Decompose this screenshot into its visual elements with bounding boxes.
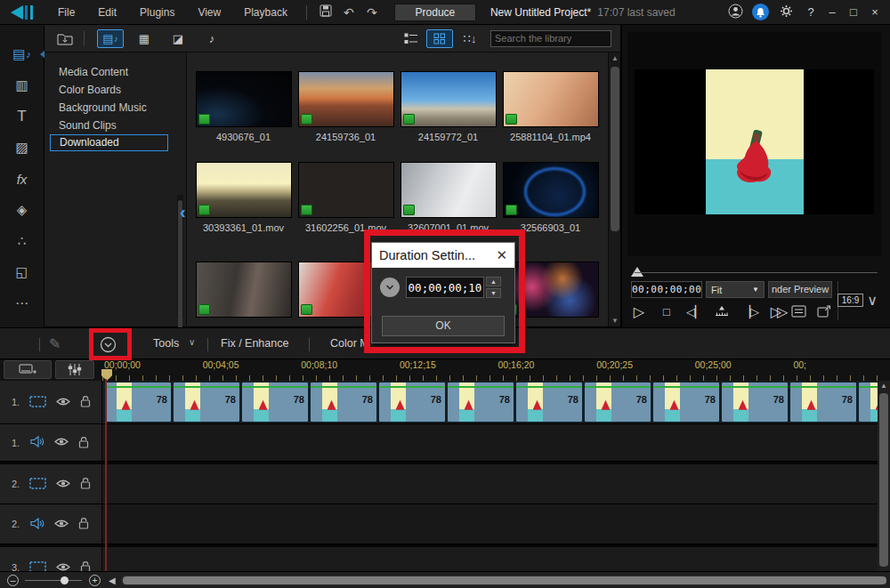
timeline-vertical-scrollbar[interactable]: ▲ [878, 381, 890, 575]
timeline-clip[interactable]: 78 [173, 382, 240, 423]
collapse-panel-icon[interactable]: ‹ [180, 202, 186, 222]
track-lane[interactable] [102, 547, 878, 571]
spinner-down-icon[interactable]: ▼ [486, 288, 501, 298]
library-search[interactable] [490, 30, 611, 47]
track-audio-icon[interactable] [29, 518, 44, 531]
search-input[interactable] [491, 33, 625, 44]
media-thumbnail[interactable] [298, 162, 394, 218]
menu-view[interactable]: View [186, 0, 232, 25]
timeline-clip[interactable]: 78 [789, 382, 857, 423]
media-item[interactable]: 31602256_01.mov [295, 162, 397, 233]
timeline-clip[interactable]: 78 [104, 382, 172, 423]
timeline-clip[interactable]: 78 [584, 382, 651, 423]
help-button[interactable]: ? [803, 5, 819, 19]
settings-gear-icon[interactable] [774, 4, 797, 20]
snapshot-button[interactable] [714, 304, 730, 320]
media-thumbnail[interactable] [400, 162, 497, 218]
overlay-room-icon[interactable]: ◈ [9, 200, 36, 220]
track-lane[interactable] [102, 464, 878, 503]
media-thumbnail[interactable] [196, 162, 292, 218]
media-room-icon[interactable]: ▤♪ [9, 44, 36, 64]
media-item[interactable]: 30393361_01.mov [192, 162, 295, 233]
preview-options-icon[interactable] [791, 305, 806, 321]
scroll-thumb[interactable] [123, 576, 886, 584]
timeline-clip[interactable]: 78 [515, 382, 583, 423]
track-visibility-eye-icon[interactable] [56, 397, 70, 408]
tools-menu[interactable]: Tools [153, 337, 179, 350]
track-lock-icon[interactable] [80, 560, 91, 571]
media-item[interactable]: 25881104_01.mp4 [499, 71, 602, 142]
transition-room-icon[interactable]: ▨ [9, 138, 36, 157]
track-lane[interactable]: 787878787878787878787878 [102, 381, 878, 423]
pip-designer-icon[interactable]: ◱ [9, 262, 36, 282]
library-scrollbar[interactable]: ▲ ▼ [608, 52, 620, 326]
track-lane[interactable] [102, 504, 878, 544]
media-item[interactable]: 24159736_01 [295, 71, 397, 142]
timeline-clip[interactable]: 78 [310, 382, 377, 423]
menu-file[interactable]: File [46, 0, 86, 25]
track-lock-icon[interactable] [80, 477, 91, 491]
track-visibility-eye-icon[interactable] [54, 437, 69, 448]
timeline-clip[interactable]: 78 [447, 382, 514, 423]
timeline-clip[interactable]: 78 [721, 382, 789, 423]
effect-room-icon[interactable]: fx [9, 169, 36, 189]
zoom-slider-handle[interactable] [61, 576, 69, 584]
title-room-icon[interactable]: T [9, 107, 36, 126]
track-video-icon[interactable] [29, 396, 46, 409]
track-lane[interactable] [102, 424, 878, 461]
media-thumbnail[interactable] [503, 162, 599, 218]
tab-audio-only[interactable]: ♪ [198, 29, 225, 48]
save-icon[interactable] [314, 4, 337, 20]
category-background-music[interactable]: Background Music [50, 99, 168, 117]
design-tool-icon[interactable]: ✎ [49, 335, 61, 352]
track-lock-icon[interactable] [78, 436, 89, 450]
track-audio-icon[interactable] [29, 436, 44, 449]
notifications-icon[interactable] [752, 4, 769, 20]
timeline-clip[interactable]: 78 [858, 382, 878, 423]
color-match-button[interactable]: Color M [330, 337, 369, 350]
tab-video-only[interactable]: ▦ [131, 29, 158, 48]
play-button[interactable]: ▷ [631, 303, 647, 320]
media-thumbnail[interactable] [298, 71, 394, 127]
undock-preview-icon[interactable] [817, 305, 831, 321]
redo-icon[interactable]: ↷ [360, 5, 384, 20]
fast-forward-button[interactable]: ▷▷ [769, 303, 785, 320]
scroll-left-icon[interactable]: ◀ [109, 576, 116, 585]
tab-photo-only[interactable]: ◪ [165, 29, 191, 48]
close-icon[interactable]: ✕ [496, 247, 507, 263]
media-item[interactable] [192, 262, 295, 318]
zoom-in-button[interactable]: + [89, 575, 101, 586]
category-sound-clips[interactable]: Sound Clips [50, 117, 168, 134]
category-media-content[interactable]: Media Content [50, 63, 168, 81]
track-lock-icon[interactable] [78, 517, 89, 531]
scroll-up-icon[interactable]: ▲ [878, 382, 890, 390]
media-thumbnail[interactable] [196, 71, 292, 127]
menu-edit[interactable]: Edit [86, 0, 128, 25]
close-button[interactable]: × [867, 5, 883, 19]
timeline-ruler[interactable]: 00;00;0000;04;0500;08;1000;12;1500;16;20… [102, 359, 890, 381]
media-thumbnail[interactable] [196, 262, 292, 318]
produce-button[interactable]: Produce [394, 4, 476, 21]
list-view-icon[interactable] [398, 29, 425, 48]
undo-icon[interactable]: ↶ [337, 5, 360, 20]
scroll-down-icon[interactable]: ▼ [609, 317, 621, 325]
ok-button[interactable]: OK [382, 316, 505, 336]
import-media-icon[interactable] [52, 29, 78, 48]
media-item[interactable]: 32566903_01 [499, 162, 602, 233]
previous-frame-button[interactable]: ◁▏ [686, 305, 702, 318]
next-frame-button[interactable]: ▕▷ [741, 305, 757, 318]
track-video-icon[interactable] [29, 478, 46, 491]
aspect-ratio-dropdown[interactable]: 16:9 ∨ [837, 292, 878, 309]
scroll-up-icon[interactable]: ▲ [609, 54, 621, 62]
grid-view-icon[interactable] [426, 29, 453, 48]
media-thumbnail[interactable] [503, 71, 599, 127]
render-preview-dropdown[interactable]: nder Preview [768, 281, 832, 298]
track-manager-button[interactable] [4, 360, 52, 379]
category-downloaded[interactable]: Downloaded [50, 134, 168, 151]
chevron-down-icon[interactable]: ∨ [189, 337, 195, 347]
track-lock-icon[interactable] [80, 395, 91, 409]
stop-button[interactable]: □ [659, 305, 675, 318]
audio-mixer-button[interactable] [55, 360, 94, 379]
media-item[interactable]: 24159772_01 [397, 71, 499, 142]
project-room-icon[interactable]: ▥ [9, 76, 36, 95]
